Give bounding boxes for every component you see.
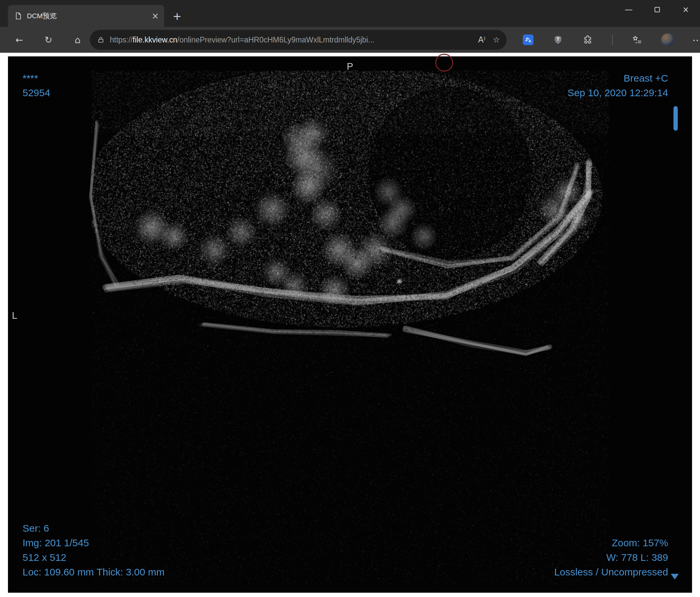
favorites-bar-icon[interactable] <box>631 34 643 46</box>
url-bar[interactable]: https://file.kkview.cn/onlinePreview?url… <box>90 30 506 50</box>
refresh-button[interactable]: ↻ <box>41 32 56 47</box>
page-content: **** 52954 P L Breast +C Sep 10, 2020 12… <box>0 53 700 597</box>
window-controls: — × <box>615 0 700 19</box>
home-button[interactable]: ⌂ <box>70 32 85 47</box>
back-button[interactable]: ← <box>11 32 27 47</box>
tab-close-button[interactable]: × <box>150 10 161 22</box>
maximize-button[interactable] <box>643 0 672 19</box>
toolbar-divider <box>612 34 613 45</box>
navigation-bar: ← ↻ ⌂ https://file.kkview.cn/onlinePrevi… <box>0 27 700 53</box>
annotation-circle <box>435 54 453 72</box>
series-scrollbar-thumb[interactable] <box>673 106 678 131</box>
maximize-icon <box>654 7 660 12</box>
favorite-star-icon[interactable]: ☆ <box>493 35 500 45</box>
shield-label: T <box>552 36 564 42</box>
dicom-image-canvas[interactable] <box>8 56 692 593</box>
url-scheme: https:// <box>110 35 133 44</box>
dicom-viewer: **** 52954 P L Breast +C Sep 10, 2020 12… <box>8 56 692 593</box>
extensions-puzzle-icon[interactable] <box>582 34 594 46</box>
url-path: /onlinePreview?url=aHR0cHM6Ly9maWxlLmtrd… <box>177 35 374 44</box>
close-button[interactable]: × <box>672 0 700 19</box>
read-aloud-icon[interactable]: A⁾ <box>478 35 485 45</box>
tab-title: DCM预览 <box>27 11 150 21</box>
translate-extension-icon[interactable] <box>523 34 534 46</box>
shield-extension-icon[interactable]: T <box>552 34 564 46</box>
url-domain: file.kkview.cn <box>133 35 177 44</box>
minimize-button[interactable]: — <box>615 0 643 19</box>
profile-avatar[interactable] <box>661 33 674 46</box>
toolbar-extensions: T ⋯ <box>523 33 700 46</box>
translate-icon <box>523 34 533 45</box>
new-tab-button[interactable]: + <box>170 9 184 24</box>
tab-strip: DCM预览 × + — × <box>0 0 700 27</box>
document-icon <box>14 11 23 20</box>
url-text: https://file.kkview.cn/onlinePreview?url… <box>110 35 471 45</box>
series-scroll-down-arrow[interactable] <box>671 574 679 579</box>
browser-window: DCM预览 × + — × ← ↻ ⌂ https://file.kkview.… <box>0 0 700 597</box>
more-menu-icon[interactable]: ⋯ <box>692 34 700 46</box>
browser-tab[interactable]: DCM预览 × <box>8 5 164 27</box>
lock-icon[interactable] <box>97 35 105 44</box>
